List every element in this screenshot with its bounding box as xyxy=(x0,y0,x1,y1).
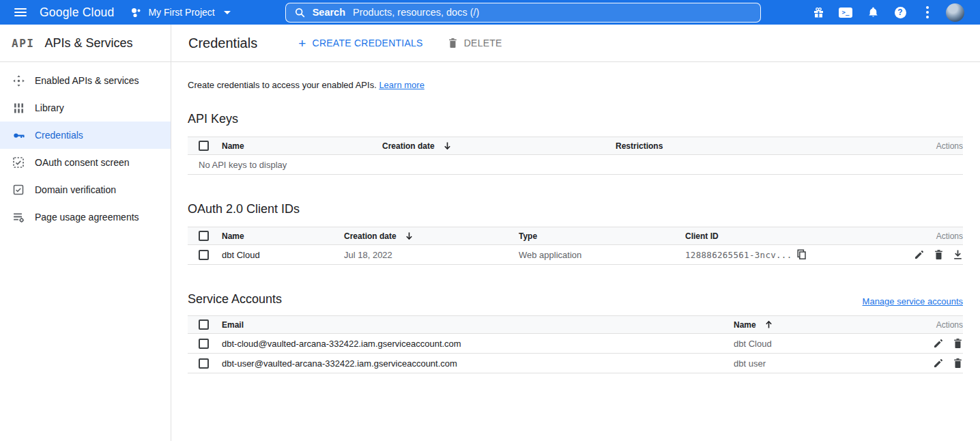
project-name: My First Project xyxy=(148,7,214,18)
sidebar-title: APIs & Services xyxy=(44,36,132,51)
sidebar-item-label: Enabled APIs & services xyxy=(35,75,139,86)
learn-more-link[interactable]: Learn more xyxy=(379,80,424,90)
service-account-email: dbt-user@vaulted-arcana-332422.iam.gserv… xyxy=(222,358,734,369)
help-icon[interactable]: ? xyxy=(887,0,914,25)
column-header-actions: Actions xyxy=(936,320,963,330)
column-header-creation-date[interactable]: Creation date xyxy=(344,231,519,241)
project-picker[interactable]: My First Project xyxy=(130,7,230,18)
edit-pencil-icon[interactable] xyxy=(933,358,944,369)
plus-icon: + xyxy=(298,37,306,50)
oauth-clients-table-header: Name Creation date Type Client ID Action… xyxy=(188,227,963,245)
sort-ascending-icon xyxy=(764,320,773,329)
google-cloud-logo[interactable]: Google Cloud xyxy=(40,5,114,20)
copy-icon[interactable] xyxy=(796,249,807,260)
sort-descending-icon xyxy=(443,141,452,150)
row-checkbox[interactable] xyxy=(199,250,209,260)
api-keys-section-title: API Keys xyxy=(188,112,963,126)
search-input[interactable]: Search Products, resources, docs (/) xyxy=(285,3,761,23)
search-placeholder: Products, resources, docs (/) xyxy=(353,7,479,18)
trash-icon xyxy=(448,38,458,48)
edit-pencil-icon[interactable] xyxy=(914,249,925,260)
intro-sentence: Create credentials to access your enable… xyxy=(188,80,377,90)
logo-cloud-text: Cloud xyxy=(79,5,115,19)
service-accounts-section-title: Service Accounts xyxy=(188,292,282,307)
delete-trash-icon[interactable] xyxy=(953,358,963,369)
page-title: Credentials xyxy=(188,35,257,51)
oauth-clients-section-title: OAuth 2.0 Client IDs xyxy=(188,202,963,216)
edit-pencil-icon[interactable] xyxy=(933,338,944,349)
page-usage-icon xyxy=(12,210,25,224)
select-all-checkbox[interactable] xyxy=(199,319,209,330)
sidebar: API APIs & Services Enabled APIs & servi… xyxy=(0,25,171,441)
sidebar-item-credentials[interactable]: Credentials xyxy=(0,122,171,149)
key-icon xyxy=(12,128,25,142)
oauth-consent-icon xyxy=(12,156,25,169)
row-checkbox[interactable] xyxy=(199,358,209,369)
column-header-name[interactable]: Name xyxy=(734,320,936,330)
api-keys-table: Name Creation date Restrictions Actions … xyxy=(188,137,963,175)
service-account-row: dbt-user@vaulted-arcana-332422.iam.gserv… xyxy=(188,354,963,373)
topbar-actions: >_ ? xyxy=(805,0,968,25)
select-all-checkbox[interactable] xyxy=(199,141,209,151)
column-header-email[interactable]: Email xyxy=(222,320,734,330)
hamburger-menu-icon[interactable] xyxy=(7,0,34,25)
page-header: Credentials + CREATE CREDENTIALS DELETE xyxy=(171,25,980,62)
logo-google-text: Google xyxy=(40,5,79,19)
sidebar-header: API APIs & Services xyxy=(0,25,171,62)
sidebar-item-page-usage-agreements[interactable]: Page usage agreements xyxy=(0,203,171,231)
free-trial-gift-icon[interactable] xyxy=(805,0,832,25)
column-header-creation-date[interactable]: Creation date xyxy=(382,141,616,151)
manage-service-accounts-link[interactable]: Manage service accounts xyxy=(863,296,963,307)
client-id-value: 128886265561-3ncv... xyxy=(685,250,792,260)
column-header-actions: Actions xyxy=(936,231,963,241)
avatar[interactable] xyxy=(946,3,964,22)
download-icon[interactable] xyxy=(953,249,963,260)
column-header-type[interactable]: Type xyxy=(519,231,685,241)
notifications-bell-icon[interactable] xyxy=(859,0,887,25)
delete-trash-icon[interactable] xyxy=(953,338,963,349)
sidebar-item-enabled-apis[interactable]: Enabled APIs & services xyxy=(0,67,171,94)
service-account-name: dbt user xyxy=(734,358,933,369)
column-header-client-id[interactable]: Client ID xyxy=(685,231,936,241)
sort-descending-icon xyxy=(405,231,414,240)
intro-text: Create credentials to access your enable… xyxy=(188,80,963,90)
sidebar-item-oauth-consent[interactable]: OAuth consent screen xyxy=(0,149,171,176)
project-picker-icon xyxy=(130,7,142,18)
row-checkbox[interactable] xyxy=(199,339,209,349)
client-type: Web application xyxy=(519,250,685,260)
sidebar-item-label: Credentials xyxy=(35,130,83,141)
sidebar-item-label: OAuth consent screen xyxy=(35,157,130,168)
column-header-restrictions[interactable]: Restrictions xyxy=(616,141,936,151)
account-menu[interactable] xyxy=(941,0,968,25)
create-credentials-button[interactable]: + CREATE CREDENTIALS xyxy=(298,37,423,50)
service-account-email: dbt-cloud@vaulted-arcana-332422.iam.gser… xyxy=(222,339,734,349)
app-top-bar: Google Cloud My First Project Search Pro… xyxy=(0,0,980,25)
service-account-name: dbt Cloud xyxy=(734,339,933,349)
sidebar-item-domain-verification[interactable]: Domain verification xyxy=(0,176,171,203)
enabled-apis-icon xyxy=(12,74,25,87)
column-header-name[interactable]: Name xyxy=(222,231,344,241)
api-product-icon: API xyxy=(12,37,34,50)
oauth-clients-table: Name Creation date Type Client ID Action… xyxy=(188,227,963,265)
client-creation-date: Jul 18, 2022 xyxy=(344,250,519,260)
oauth-client-row: dbt Cloud Jul 18, 2022 Web application 1… xyxy=(188,245,963,265)
sidebar-item-label: Page usage agreements xyxy=(35,212,139,223)
search-label: Search xyxy=(313,7,345,18)
service-accounts-table-header: Email Name Actions xyxy=(188,315,963,334)
library-icon xyxy=(12,101,25,115)
sidebar-item-label: Domain verification xyxy=(35,184,116,195)
api-keys-table-header: Name Creation date Restrictions Actions xyxy=(188,137,963,155)
delete-button[interactable]: DELETE xyxy=(448,38,502,48)
more-vertical-icon[interactable] xyxy=(914,0,941,25)
sidebar-nav: Enabled APIs & services Library Credenti… xyxy=(0,62,171,231)
select-all-checkbox[interactable] xyxy=(199,231,209,241)
sidebar-item-library[interactable]: Library xyxy=(0,94,171,122)
delete-trash-icon[interactable] xyxy=(934,249,944,260)
column-header-name[interactable]: Name xyxy=(222,141,382,151)
cloud-shell-icon[interactable]: >_ xyxy=(832,0,859,25)
service-accounts-table: Email Name Actions dbt-cloud@vaulte xyxy=(188,315,963,373)
service-account-row: dbt-cloud@vaulted-arcana-332422.iam.gser… xyxy=(188,334,963,354)
delete-label: DELETE xyxy=(464,38,502,48)
client-name: dbt Cloud xyxy=(222,250,344,260)
search-icon xyxy=(295,8,305,18)
